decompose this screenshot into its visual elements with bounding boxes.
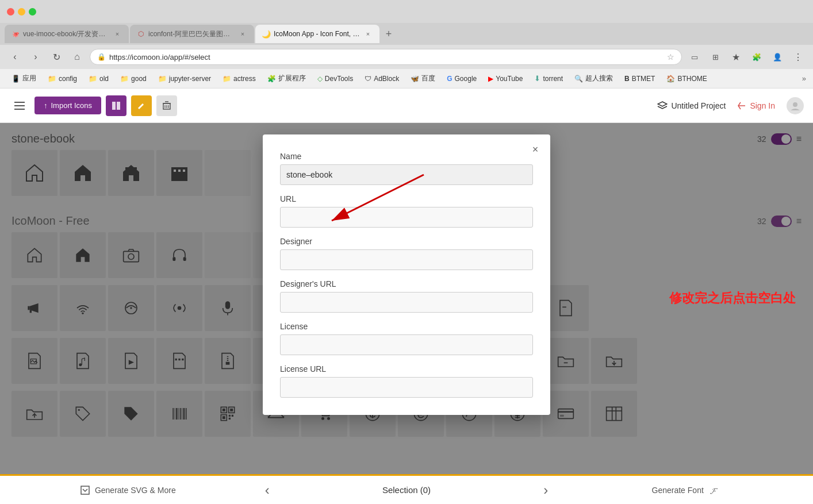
- generate-svg-button[interactable]: Generate SVG & More: [0, 476, 256, 504]
- selection-left-arrow[interactable]: ‹: [256, 482, 279, 498]
- bookmark-torrent-label: torrent: [543, 75, 563, 83]
- devtools-icon: ◇: [317, 75, 323, 83]
- bookmark-devtools[interactable]: ◇ DevTools: [313, 73, 358, 84]
- svg-rect-2: [14, 109, 25, 110]
- bookmark-old[interactable]: 📁 old: [84, 73, 113, 84]
- folder-old-icon: 📁: [89, 75, 97, 83]
- bookmark-adblock[interactable]: 🛡 AdBlock: [360, 73, 404, 84]
- bookmark-extensions[interactable]: 🧩 扩展程序: [263, 72, 310, 85]
- tab-iconfont[interactable]: ⬡ iconfont-阿里巴巴矢量图标库 ×: [130, 25, 254, 43]
- edit-button[interactable]: [131, 95, 152, 116]
- baidu-icon: 🦋: [411, 75, 419, 83]
- bookmark-youtube[interactable]: ▶ YouTube: [484, 73, 527, 84]
- url-input[interactable]: [280, 207, 533, 228]
- extensions-bm-icon: 🧩: [267, 75, 276, 83]
- delete-icon: [162, 101, 171, 110]
- bookmark-devtools-label: DevTools: [325, 75, 353, 83]
- maximize-traffic-light[interactable]: [29, 8, 36, 16]
- svg-rect-101: [81, 486, 89, 494]
- avatar[interactable]: [787, 97, 804, 114]
- modal-designer-url-field: Designer's URL: [280, 279, 533, 313]
- zoom-icon[interactable]: ⊞: [707, 49, 723, 65]
- untitled-project-label: Untitled Project: [671, 101, 726, 110]
- tab-icomoon[interactable]: 🌙 IcoMoon App - Icon Font, SVG ... ×: [255, 25, 379, 43]
- font-icon: 𝓕: [708, 485, 719, 495]
- bookmark-apps[interactable]: 📱 应用: [7, 72, 41, 85]
- settings-icon[interactable]: ⋮: [790, 49, 806, 65]
- bookmark-actress[interactable]: 📁 actress: [218, 73, 260, 84]
- screen-cast-icon[interactable]: ▭: [687, 49, 703, 65]
- svg-icon: [80, 485, 90, 495]
- tab-close-iconfont[interactable]: ×: [238, 29, 247, 39]
- hamburger-menu-button[interactable]: [9, 95, 30, 116]
- tab-label-github: vue-imooc-ebook/开发资源/第...: [23, 29, 109, 39]
- layers-icon: [657, 101, 668, 111]
- sign-in-button[interactable]: Sign In: [730, 98, 782, 114]
- profile-icon[interactable]: 👤: [769, 49, 785, 65]
- library-button[interactable]: [106, 95, 126, 116]
- name-input[interactable]: [280, 164, 533, 185]
- back-button[interactable]: ‹: [7, 49, 23, 65]
- selection-display[interactable]: Selection (0): [279, 476, 535, 504]
- edit-icon: [137, 101, 146, 110]
- library-icon: [112, 101, 121, 110]
- url-bar[interactable]: 🔒 https://icomoon.io/app/#/select ☆: [90, 49, 682, 65]
- bookmark-bthome[interactable]: 🏠 BTHOME: [662, 73, 711, 84]
- bookmarks-bar: 📱 应用 📁 config 📁 old 📁 good 📁 jupyter-ser…: [0, 69, 813, 89]
- designer-input[interactable]: [280, 249, 533, 270]
- modal-overlay[interactable]: × Name URL Designer Designer's URL: [0, 123, 813, 474]
- selection-right-arrow[interactable]: ›: [534, 482, 557, 498]
- bookmark-google-label: Google: [455, 75, 477, 83]
- import-icons-button[interactable]: ↑ Import Icons: [34, 97, 101, 114]
- modal-close-button[interactable]: ×: [527, 141, 543, 157]
- bookmark-btmet-label: BTMET: [632, 75, 655, 83]
- bookmark-extensions-label: 扩展程序: [278, 74, 306, 83]
- modal-designer-field: Designer: [280, 237, 533, 270]
- license-url-input[interactable]: [280, 377, 533, 398]
- edit-project-modal: × Name URL Designer Designer's URL: [263, 134, 550, 415]
- home-button[interactable]: ⌂: [69, 49, 85, 65]
- tab-label-icomoon: IcoMoon App - Icon Font, SVG ...: [274, 30, 360, 38]
- bookmark-superSearch[interactable]: 🔍 超人搜索: [570, 72, 618, 85]
- bookmark-config-label: config: [59, 75, 77, 83]
- designer-label: Designer: [280, 237, 533, 246]
- license-input[interactable]: [280, 334, 533, 355]
- hamburger-icon: [14, 102, 25, 110]
- bookmark-adblock-label: AdBlock: [374, 75, 399, 83]
- github-favicon: 🐙: [11, 30, 20, 38]
- extensions-icon[interactable]: 🧩: [749, 49, 765, 65]
- bookmark-bthome-label: BTHOME: [677, 75, 707, 83]
- bookmark-baidu[interactable]: 🦋 百度: [406, 72, 440, 85]
- bookmark-baidu-label: 百度: [421, 74, 435, 83]
- bookmark-google[interactable]: G Google: [442, 73, 481, 84]
- tab-github[interactable]: 🐙 vue-imooc-ebook/开发资源/第... ×: [5, 25, 129, 43]
- bookmark-config[interactable]: 📁 config: [43, 73, 82, 84]
- generate-font-button[interactable]: Generate Font 𝓕: [557, 476, 813, 504]
- modal-license-url-field: License URL: [280, 364, 533, 398]
- minimize-traffic-light[interactable]: [18, 8, 25, 16]
- bookmark-btmet[interactable]: B BTMET: [620, 73, 659, 84]
- bookmark-good[interactable]: 📁 good: [116, 73, 151, 84]
- bottom-bar: Generate SVG & More ‹ Selection (0) › Ge…: [0, 474, 813, 504]
- tab-close-github[interactable]: ×: [113, 29, 122, 39]
- browser-chrome: 🐙 vue-imooc-ebook/开发资源/第... × ⬡ iconfont…: [0, 0, 813, 89]
- url-label: URL: [280, 194, 533, 203]
- close-traffic-light[interactable]: [7, 8, 14, 16]
- modal-url-field: URL: [280, 194, 533, 228]
- delete-button[interactable]: [156, 95, 177, 116]
- tab-close-icomoon[interactable]: ×: [363, 29, 373, 39]
- apps-icon: 📱: [11, 75, 20, 83]
- forward-button[interactable]: ›: [28, 49, 44, 65]
- bookmark-old-label: old: [99, 75, 109, 83]
- google-icon: G: [447, 75, 452, 83]
- tab-bar: 🐙 vue-imooc-ebook/开发资源/第... × ⬡ iconfont…: [0, 23, 813, 45]
- refresh-button[interactable]: ↻: [48, 49, 64, 65]
- bookmark-star-icon[interactable]: ☆: [667, 52, 674, 61]
- untitled-project-button[interactable]: Untitled Project: [657, 101, 726, 111]
- designer-url-input[interactable]: [280, 292, 533, 313]
- bookmarks-more-icon[interactable]: »: [802, 74, 806, 83]
- new-tab-button[interactable]: +: [381, 26, 397, 42]
- bookmark-icon[interactable]: ★: [728, 49, 744, 65]
- bookmark-torrent[interactable]: ⬇ torrent: [530, 72, 567, 84]
- bookmark-jupyter[interactable]: 📁 jupyter-server: [154, 73, 216, 84]
